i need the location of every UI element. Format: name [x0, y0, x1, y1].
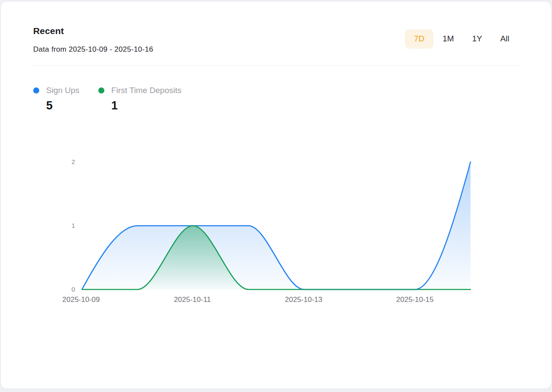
recent-stats-card: Recent Data from 2025-10-09 - 2025-10-16…: [1, 2, 551, 389]
y-tick-0: 0: [58, 285, 75, 294]
chart-area: 2 1 0 2025-10-09 2025-10-11 2025-10-13 2…: [1, 2, 551, 389]
x-tick-2025-10-11: 2025-10-11: [162, 296, 223, 304]
y-tick-1: 1: [58, 221, 75, 230]
x-tick-2025-10-09: 2025-10-09: [51, 296, 111, 304]
y-tick-2: 2: [58, 158, 75, 166]
x-tick-2025-10-15: 2025-10-15: [385, 296, 445, 304]
x-tick-2025-10-13: 2025-10-13: [273, 296, 334, 304]
area-chart-canvas[interactable]: [1, 151, 551, 297]
